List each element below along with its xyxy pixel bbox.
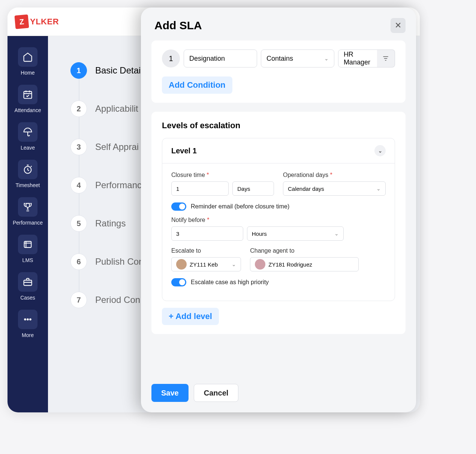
panel-header: Add SLA ✕ (141, 7, 416, 40)
condition-field-value: Designation (189, 55, 225, 63)
umbrella-icon (18, 122, 37, 142)
condition-row: 1 Designation Contains ⌄ HR Manager (162, 49, 395, 67)
avatar-icon (255, 259, 265, 270)
svg-rect-0 (24, 91, 32, 99)
change-agent-select[interactable]: ZY181 Rodriguez (250, 257, 359, 271)
step-number: 3 (70, 139, 87, 155)
condition-value-text: HR Manager (344, 51, 375, 66)
operational-days-field: Operational days * Calendar days ⌄ (283, 172, 386, 196)
step-label: Basic Detai (95, 65, 141, 76)
chevron-down-icon: ⌄ (324, 55, 329, 61)
more-icon (18, 310, 37, 329)
calendar-check-icon (18, 85, 37, 104)
svg-point-4 (24, 319, 26, 320)
level-card: Level 1 ⌄ Closure time * 1 Days (162, 138, 395, 301)
step-label: Period Con (95, 295, 140, 305)
panel-title: Add SLA (154, 19, 202, 32)
operational-days-label: Operational days * (283, 172, 386, 178)
change-agent-label: Change agent to (250, 247, 359, 254)
high-priority-toggle[interactable] (171, 278, 186, 286)
step-number: 5 (70, 215, 87, 232)
sidebar-item-more[interactable]: More (11, 306, 44, 342)
add-condition-button[interactable]: Add Condition (162, 76, 232, 94)
save-button[interactable]: Save (151, 384, 189, 402)
filter-icon (382, 55, 389, 62)
stopwatch-icon (18, 160, 37, 179)
close-icon: ✕ (395, 21, 401, 30)
step-label: Self Apprai (95, 142, 139, 152)
level-body: Closure time * 1 Days Operational days *… (162, 163, 395, 301)
book-icon (18, 235, 37, 254)
reminder-email-label: Reminder email (before closure time) (191, 203, 289, 210)
sidebar-item-attendance[interactable]: Attendance (11, 81, 44, 117)
panel-body: 1 Designation Contains ⌄ HR Manager (141, 40, 416, 384)
condition-filter-button[interactable] (377, 49, 395, 67)
logo-text: YLKER (30, 17, 59, 27)
escalation-card: Levels of escalation Level 1 ⌄ Closure t… (151, 112, 406, 334)
sidebar-item-label: Cases (20, 295, 35, 301)
cancel-button[interactable]: Cancel (194, 384, 239, 402)
condition-field-select[interactable]: Designation (184, 49, 257, 67)
trophy-icon (18, 197, 37, 217)
notify-before-field: Notify before * 3 Hours ⌄ (171, 217, 344, 241)
chevron-down-icon: ⌄ (378, 148, 382, 154)
escalate-to-field: Escalate to ZY111 Keb ⌄ (171, 247, 241, 271)
sidebar-item-label: Attendance (15, 107, 41, 113)
notify-before-input[interactable]: 3 (171, 226, 243, 241)
level-header[interactable]: Level 1 ⌄ (162, 138, 395, 163)
operational-days-select[interactable]: Calendar days ⌄ (283, 181, 386, 196)
change-agent-field: Change agent to ZY181 Rodriguez (250, 247, 359, 271)
step-label: Performanc (95, 180, 142, 190)
svg-point-6 (30, 319, 31, 320)
add-sla-panel: Add SLA ✕ 1 Designation Contains ⌄ HR Ma… (141, 7, 416, 412)
sidebar-item-timesheet[interactable]: Timesheet (11, 156, 44, 192)
sidebar-item-label: Performance (13, 220, 43, 226)
notify-before-unit-select[interactable]: Hours ⌄ (247, 226, 344, 241)
add-level-button[interactable]: + Add level (162, 308, 219, 325)
avatar-icon (176, 259, 187, 270)
sidebar-item-lms[interactable]: LMS (11, 231, 44, 267)
condition-number: 1 (162, 49, 180, 67)
sidebar: Home Attendance Leave Timesheet (7, 36, 48, 412)
sidebar-item-label: Timesheet (16, 182, 40, 188)
reminder-email-toggle[interactable] (171, 202, 186, 211)
closure-time-label: Closure time * (171, 172, 274, 178)
close-button[interactable]: ✕ (391, 18, 406, 33)
closure-time-field: Closure time * 1 Days (171, 172, 274, 196)
step-number: 1 (70, 62, 87, 79)
sidebar-item-home[interactable]: Home (11, 43, 44, 79)
escalation-title: Levels of escalation (162, 121, 395, 130)
step-label: Applicabilit (95, 103, 138, 114)
home-icon (18, 47, 37, 67)
logo-icon: Z (14, 14, 29, 29)
sidebar-item-cases[interactable]: Cases (11, 268, 44, 304)
sidebar-item-label: More (22, 332, 34, 338)
panel-footer: Save Cancel (141, 384, 416, 412)
svg-point-5 (27, 319, 28, 320)
logo: Z YLKER (15, 15, 59, 28)
chevron-down-icon: ⌄ (376, 186, 381, 192)
collapse-button[interactable]: ⌄ (374, 145, 386, 156)
closure-time-input[interactable]: 1 (171, 181, 229, 196)
svg-rect-2 (24, 241, 31, 247)
step-number: 6 (70, 253, 87, 270)
step-number: 4 (70, 177, 87, 193)
chevron-down-icon: ⌄ (334, 231, 339, 237)
svg-rect-3 (24, 280, 32, 285)
step-number: 7 (70, 292, 87, 308)
condition-value-input[interactable]: HR Manager (338, 49, 381, 67)
step-label: Publish Con (95, 256, 144, 267)
level-title: Level 1 (171, 147, 197, 155)
step-label: Ratings (95, 218, 126, 229)
escalate-to-label: Escalate to (171, 247, 241, 254)
notify-before-label: Notify before * (171, 217, 344, 223)
condition-operator-value: Contains (266, 55, 293, 63)
sidebar-item-leave[interactable]: Leave (11, 118, 44, 154)
condition-card: 1 Designation Contains ⌄ HR Manager (151, 40, 406, 103)
condition-operator-select[interactable]: Contains ⌄ (261, 49, 334, 67)
sidebar-item-label: Leave (21, 145, 35, 151)
escalate-to-select[interactable]: ZY111 Keb ⌄ (171, 257, 241, 271)
briefcase-icon (18, 272, 37, 292)
closure-unit-select[interactable]: Days (232, 181, 274, 196)
sidebar-item-performance[interactable]: Performance (11, 193, 44, 229)
